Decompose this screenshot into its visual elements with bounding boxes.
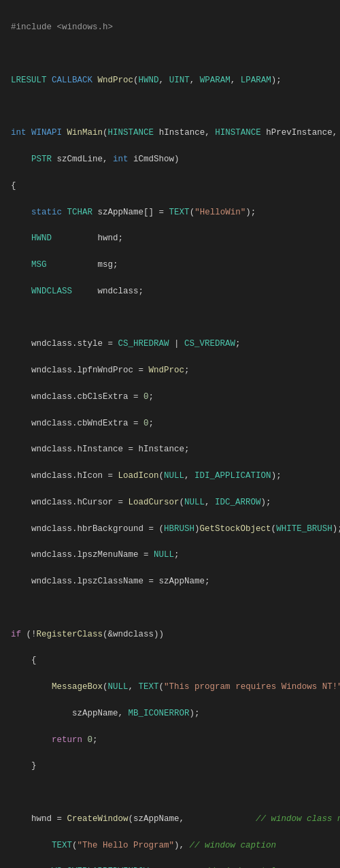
line-10: MSG msg; xyxy=(11,259,329,272)
line-6: PSTR szCmdLine, int iCmdShow) xyxy=(11,153,329,166)
line-1: #include <windows.h> xyxy=(11,21,329,34)
line-11: WNDCLASS wndclass; xyxy=(11,285,329,298)
line-28: return 0; xyxy=(11,734,329,747)
line-30 xyxy=(11,786,329,799)
line-21: wndclass.lpszMenuName = NULL; xyxy=(11,549,329,562)
line-24: if (!RegisterClass(&wndclass)) xyxy=(11,628,329,641)
line-20: wndclass.hbrBackground = (HBRUSH)GetStoc… xyxy=(11,523,329,536)
line-8: static TCHAR szAppName[] = TEXT("HelloWi… xyxy=(11,206,329,219)
line-19: wndclass.hCursor = LoadCursor(NULL, IDC_… xyxy=(11,496,329,509)
line-9: HWND hwnd; xyxy=(11,232,329,245)
line-31: hwnd = CreateWindow(szAppName, // window… xyxy=(11,813,329,826)
line-15: wndclass.cbClsExtra = 0; xyxy=(11,391,329,404)
line-29: } xyxy=(11,760,329,773)
line-13: wndclass.style = CS_HREDRAW | CS_VREDRAW… xyxy=(11,338,329,351)
line-32: TEXT("The Hello Program"), // window cap… xyxy=(11,839,329,852)
line-3: LRESULT CALLBACK WndProc(HWND, UINT, WPA… xyxy=(11,74,329,87)
code-editor: #include <windows.h> LRESULT CALLBACK Wn… xyxy=(11,8,329,868)
line-33: WS_OVERLAPPEDWINDOW, // window style xyxy=(11,865,329,868)
line-16: wndclass.cbWndExtra = 0; xyxy=(11,417,329,430)
line-14: wndclass.lpfnWndProc = WndProc; xyxy=(11,364,329,377)
line-7: { xyxy=(11,180,329,193)
line-18: wndclass.hIcon = LoadIcon(NULL, IDI_APPL… xyxy=(11,470,329,483)
line-5: int WINAPI WinMain(HINSTANCE hInstance, … xyxy=(11,127,329,140)
line-25: { xyxy=(11,654,329,667)
line-23 xyxy=(11,602,329,615)
line-26: MessageBox(NULL, TEXT("This program requ… xyxy=(11,681,329,694)
line-17: wndclass.hInstance = hInstance; xyxy=(11,443,329,456)
line-27: szAppName, MB_ICONERROR); xyxy=(11,707,329,720)
line-2 xyxy=(11,48,329,61)
line-4 xyxy=(11,101,329,114)
line-12 xyxy=(11,312,329,325)
line-22: wndclass.lpszClassName = szAppName; xyxy=(11,575,329,588)
